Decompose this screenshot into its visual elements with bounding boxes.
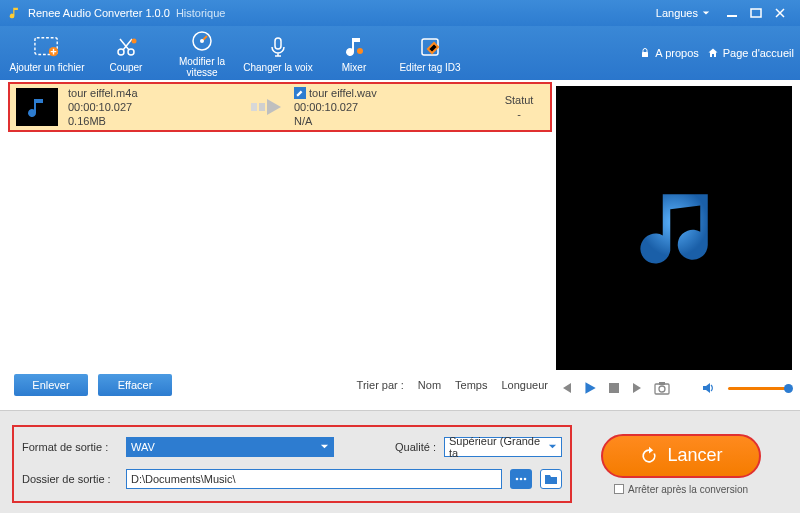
output-folder-input[interactable]: D:\Documents\Music\: [126, 469, 502, 489]
next-button[interactable]: [630, 380, 646, 396]
volume-slider[interactable]: [728, 387, 790, 390]
dest-duration: 00:00:10.027: [294, 101, 444, 114]
play-button[interactable]: [582, 380, 598, 396]
quality-dropdown[interactable]: Supérieur (Grande ta: [444, 437, 562, 457]
more-button[interactable]: [510, 469, 532, 489]
chevron-down-icon: [548, 441, 557, 453]
preview-controls: [556, 370, 792, 400]
svg-rect-9: [275, 38, 281, 49]
svg-point-20: [520, 478, 523, 481]
launch-button[interactable]: Lancer: [601, 434, 761, 478]
add-file-icon: [34, 34, 60, 60]
history-label[interactable]: Historique: [176, 7, 226, 19]
main-toolbar: Ajouter un fichier Couper Modifier la vi…: [0, 26, 800, 80]
file-thumbnail: [16, 88, 58, 126]
edit-icon[interactable]: [294, 87, 306, 99]
home-icon: [707, 47, 719, 59]
volume-icon[interactable]: [700, 380, 716, 396]
preview-pane: [556, 86, 792, 370]
quality-label: Qualité :: [395, 441, 436, 453]
snapshot-button[interactable]: [654, 380, 670, 396]
svg-rect-0: [727, 15, 737, 17]
add-file-button[interactable]: Ajouter un fichier: [6, 34, 88, 73]
sort-by-time[interactable]: Temps: [455, 379, 487, 391]
music-note-icon: [629, 183, 719, 273]
home-link[interactable]: Page d'accueil: [707, 47, 794, 59]
svg-point-17: [659, 386, 665, 392]
output-settings: Format de sortie : WAV Qualité : Supérie…: [12, 425, 572, 503]
browse-folder-button[interactable]: [540, 469, 562, 489]
svg-rect-1: [751, 9, 761, 17]
stop-after-checkbox[interactable]: Arrêter après la conversion: [614, 484, 748, 495]
app-logo-icon: [8, 6, 22, 20]
dest-size: N/A: [294, 115, 444, 128]
svg-rect-12: [642, 52, 648, 57]
sort-label: Trier par :: [357, 379, 404, 391]
refresh-icon: [639, 446, 659, 466]
id3-button[interactable]: Editer tag ID3: [392, 34, 468, 73]
mixer-icon: [341, 34, 367, 60]
format-dropdown[interactable]: WAV: [126, 437, 334, 457]
about-link[interactable]: A propos: [639, 47, 698, 59]
svg-point-19: [516, 478, 519, 481]
close-button[interactable]: [768, 4, 792, 22]
file-row[interactable]: tour eiffel.m4a 00:00:10.027 0.16MB tour…: [8, 82, 552, 132]
speed-button[interactable]: Modifier la vitesse: [164, 28, 240, 78]
checkbox-icon: [614, 484, 624, 494]
sort-by-name[interactable]: Nom: [418, 379, 441, 391]
lock-icon: [639, 47, 651, 59]
svg-point-21: [524, 478, 527, 481]
scissors-icon: [113, 34, 139, 60]
arrow-icon: [248, 97, 294, 117]
chevron-down-icon: [320, 441, 329, 453]
file-list: tour eiffel.m4a 00:00:10.027 0.16MB tour…: [0, 80, 556, 410]
maximize-button[interactable]: [744, 4, 768, 22]
title-bar: Renee Audio Converter 1.0.0 Historique L…: [0, 0, 800, 26]
mixer-button[interactable]: Mixer: [316, 34, 392, 73]
stop-button[interactable]: [606, 380, 622, 396]
app-title: Renee Audio Converter 1.0.0: [28, 7, 170, 19]
remove-button[interactable]: Enlever: [14, 374, 88, 396]
language-dropdown[interactable]: Langues: [656, 7, 710, 19]
svg-point-6: [132, 38, 137, 43]
status-header: Statut: [494, 94, 544, 107]
sort-by-length[interactable]: Longueur: [502, 379, 549, 391]
microphone-icon: [265, 34, 291, 60]
chevron-down-icon: [702, 9, 710, 17]
source-size: 0.16MB: [68, 115, 248, 128]
gauge-icon: [189, 28, 215, 54]
prev-button[interactable]: [558, 380, 574, 396]
svg-point-10: [357, 48, 363, 54]
source-duration: 00:00:10.027: [68, 101, 248, 114]
format-label: Format de sortie :: [22, 441, 118, 453]
svg-rect-13: [251, 103, 257, 111]
svg-rect-14: [259, 103, 265, 111]
svg-point-8: [200, 39, 204, 43]
tag-icon: [417, 34, 443, 60]
svg-rect-18: [659, 382, 665, 385]
folder-label: Dossier de sortie :: [22, 473, 118, 485]
svg-rect-15: [609, 383, 619, 393]
status-value: -: [494, 108, 544, 121]
voice-button[interactable]: Changer la voix: [240, 34, 316, 73]
minimize-button[interactable]: [720, 4, 744, 22]
cut-button[interactable]: Couper: [88, 34, 164, 73]
source-filename: tour eiffel.m4a: [68, 87, 248, 100]
dest-filename: tour eiffel.wav: [309, 87, 377, 100]
clear-button[interactable]: Effacer: [98, 374, 172, 396]
